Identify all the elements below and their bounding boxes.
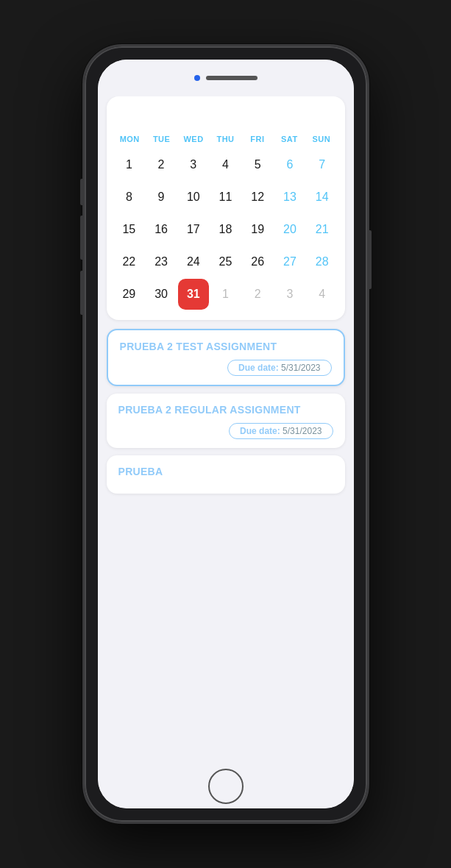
- cal-cell-28[interactable]: 28: [307, 246, 338, 277]
- cal-cell-20[interactable]: 20: [274, 214, 305, 245]
- cal-cell-19[interactable]: 19: [242, 214, 273, 245]
- assignment-title-2: PRUEBA: [118, 466, 333, 477]
- prev-prev-button[interactable]: [166, 118, 172, 121]
- day-header-tue: TUE: [146, 132, 177, 146]
- cal-cell-8[interactable]: 8: [114, 182, 145, 213]
- cal-cell-29[interactable]: 29: [114, 279, 145, 310]
- cal-cell-1[interactable]: 1: [114, 149, 145, 180]
- assignment-title-1: PRUEBA 2 REGULAR ASSIGNMENT: [118, 404, 333, 416]
- calendar-card: MON TUE WED THU FRI SAT SUN 123456789101…: [107, 96, 345, 320]
- day-header-fri: FRI: [241, 132, 273, 146]
- cal-cell-18[interactable]: 18: [210, 214, 241, 245]
- assignment-card-2[interactable]: PRUEBA: [107, 455, 345, 494]
- day-header-thu: THU: [210, 132, 241, 146]
- cal-cell-26[interactable]: 26: [242, 246, 273, 277]
- close-button[interactable]: [114, 107, 123, 110]
- assignment-card-0[interactable]: PRUEBA 2 TEST ASSIGNMENTDue date: 5/31/2…: [107, 329, 345, 386]
- next-next-button[interactable]: [280, 118, 285, 121]
- cal-cell-15[interactable]: 15: [114, 214, 145, 245]
- cal-cell-31[interactable]: 31: [178, 279, 209, 310]
- cal-cell-7[interactable]: 7: [307, 149, 338, 180]
- cal-cell-17[interactable]: 17: [178, 214, 209, 245]
- cal-cell-21[interactable]: 21: [307, 214, 338, 245]
- day-header-mon: MON: [114, 132, 146, 146]
- cal-cell-25[interactable]: 25: [210, 246, 241, 277]
- month-nav: [114, 118, 338, 121]
- cal-cell-5[interactable]: 5: [242, 149, 273, 180]
- day-header-sat: SAT: [274, 132, 305, 146]
- cal-cell-12[interactable]: 12: [242, 182, 273, 213]
- home-button[interactable]: [208, 769, 244, 804]
- day-headers: MON TUE WED THU FRI SAT SUN: [114, 132, 338, 146]
- power-button: [369, 230, 372, 289]
- phone-screen: MON TUE WED THU FRI SAT SUN 123456789101…: [98, 60, 354, 808]
- cal-cell-23[interactable]: 23: [146, 246, 177, 277]
- calendar-header: [114, 107, 338, 110]
- next-button[interactable]: [266, 118, 272, 121]
- cal-cell-3-other[interactable]: 3: [274, 279, 305, 310]
- due-date-label-0: Due date:: [238, 363, 279, 373]
- status-bar: [98, 60, 354, 96]
- cal-cell-27[interactable]: 27: [274, 246, 305, 277]
- cal-cell-4-other[interactable]: 4: [307, 279, 338, 310]
- cal-cell-11[interactable]: 11: [210, 182, 241, 213]
- cal-cell-24[interactable]: 24: [178, 246, 209, 277]
- due-date-label-1: Due date:: [240, 426, 280, 436]
- cal-cell-4[interactable]: 4: [210, 149, 241, 180]
- cal-cell-1-other[interactable]: 1: [210, 279, 241, 310]
- due-date-badge-0: Due date: 5/31/2023: [227, 360, 331, 376]
- day-header-wed: WED: [177, 132, 209, 146]
- assignment-card-1[interactable]: PRUEBA 2 REGULAR ASSIGNMENTDue date: 5/3…: [107, 394, 345, 448]
- prev-button[interactable]: [180, 118, 185, 121]
- cal-cell-6[interactable]: 6: [274, 149, 305, 180]
- cal-cell-9[interactable]: 9: [146, 182, 177, 213]
- cal-cell-16[interactable]: 16: [146, 214, 177, 245]
- app-content: MON TUE WED THU FRI SAT SUN 123456789101…: [98, 96, 354, 764]
- day-header-sun: SUN: [305, 132, 337, 146]
- due-date-badge-1: Due date: 5/31/2023: [229, 423, 333, 439]
- cal-cell-30[interactable]: 30: [146, 279, 177, 310]
- cal-cell-2-other[interactable]: 2: [242, 279, 273, 310]
- cal-cell-14[interactable]: 14: [307, 182, 338, 213]
- cal-cell-13[interactable]: 13: [274, 182, 305, 213]
- cal-cell-2[interactable]: 2: [146, 149, 177, 180]
- vol-up-button: [80, 216, 83, 260]
- cal-cell-10[interactable]: 10: [178, 182, 209, 213]
- cal-cell-22[interactable]: 22: [114, 246, 145, 277]
- cal-cell-3[interactable]: 3: [178, 149, 209, 180]
- vol-down-button: [80, 271, 83, 315]
- phone-frame: MON TUE WED THU FRI SAT SUN 123456789101…: [82, 44, 369, 824]
- calendar-grid: 1234567891011121314151617181920212223242…: [114, 149, 338, 310]
- camera-dot-icon: [194, 75, 200, 81]
- assignment-title-0: PRUEBA 2 TEST ASSIGNMENT: [120, 341, 332, 352]
- speaker-icon: [206, 76, 258, 80]
- assignments-list: PRUEBA 2 TEST ASSIGNMENTDue date: 5/31/2…: [107, 329, 345, 494]
- home-indicator-area: [98, 764, 354, 808]
